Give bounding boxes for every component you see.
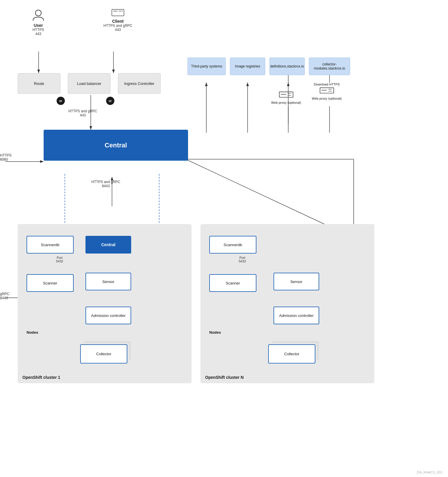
svg-line-21: [186, 159, 324, 224]
cluster1-port-5432: Port5432: [56, 256, 63, 263]
web-proxy-1-label: Web proxy (optional): [271, 101, 301, 104]
cluster1-scannerdb: Scannerdb: [27, 236, 74, 254]
download-https-label: Download HTTPS: [312, 83, 342, 86]
third-party-box: Third-party systems: [187, 57, 226, 75]
proto-label-8443: HTTPS and gRPC 8443: [91, 180, 120, 188]
cluster1-nodes-label: Nodes: [27, 330, 38, 335]
cluster-1-label: OpenShift cluster 1: [22, 375, 60, 380]
web-proxy-2-area: Download HTTPS Web proxy (optional): [312, 83, 342, 100]
cluster1-scannerdb-label: Scannerdb: [41, 243, 60, 247]
image-registries-label: Image registries: [234, 64, 261, 68]
clusterN-port-5432: Port5432: [239, 256, 246, 263]
central-main-box: Central: [44, 130, 188, 161]
central-main-label: Central: [105, 142, 127, 149]
user-label: User: [27, 23, 50, 28]
collector-modules-label: collector-modules.stackrox.io: [309, 62, 350, 70]
client-label: Client: [102, 19, 134, 24]
cluster1-admission-controller: Admission controller: [85, 307, 131, 324]
client-port: 443: [102, 28, 134, 32]
or-bubble-1: or: [57, 97, 65, 105]
clusterN-sensor-label: Sensor: [290, 279, 302, 284]
proto-label-443: HTTPS and gRPC 443: [68, 109, 97, 117]
user-proto: HTTPS: [27, 28, 50, 32]
cluster-n-label: OpenShift cluster N: [205, 375, 244, 380]
svg-point-41: [122, 11, 123, 11]
clusterN-scannerdb-label: Scannerdb: [224, 243, 242, 247]
cluster1-scanner-label: Scanner: [43, 281, 57, 285]
definitions-label: definitions.stackrox.io: [269, 64, 305, 68]
clusterN-scanner: Scanner: [209, 274, 256, 292]
cluster1-central-label: Central: [101, 242, 115, 247]
clusterN-admission-controller: Admission controller: [274, 307, 319, 324]
clusterN-collector-label: Collector: [284, 352, 299, 356]
ingress-controller-label: Ingress Controller: [123, 81, 156, 86]
clusterN-collector: Collector: [268, 344, 315, 363]
cluster-n: OpenShift cluster N Scannerdb Port5432 S…: [200, 224, 374, 383]
clusterN-scannerdb: Scannerdb: [209, 236, 256, 254]
web-proxy-2-label: Web proxy (optional): [312, 97, 342, 100]
clusterN-nodes-label: Nodes: [209, 330, 221, 335]
cluster1-collector: Collector: [80, 344, 127, 363]
https-8080-label: HTTPS 8080: [0, 153, 11, 162]
cluster1-collector-label: Collector: [96, 352, 111, 356]
definitions-box: definitions.stackrox.io: [269, 57, 305, 75]
load-balancer-box: Load balancer: [68, 73, 111, 94]
watermark: ZIA_RHACS_033: [417, 471, 442, 474]
actor-user: User HTTPS 443: [27, 9, 50, 36]
cluster1-sensor: Sensor: [85, 273, 131, 290]
ingress-controller-box: Ingress Controller: [118, 73, 161, 94]
cluster-1: OpenShift cluster 1 Scannerdb Port5432 S…: [18, 224, 192, 383]
or-bubble-2: or: [106, 97, 114, 105]
image-registries-box: Image registries: [230, 57, 265, 75]
cluster1-admission-label: Admission controller: [90, 313, 127, 318]
user-port: 443: [27, 32, 50, 36]
svg-rect-37: [112, 9, 124, 16]
svg-point-36: [35, 10, 41, 16]
clusterN-sensor: Sensor: [274, 273, 319, 290]
web-proxy-1: Web proxy (optional): [271, 91, 301, 104]
svg-point-39: [119, 11, 120, 11]
clusterN-scanner-label: Scanner: [226, 281, 240, 285]
actor-client: Client HTTPS and gRPC 443: [102, 9, 134, 32]
grpc-8443-label: gRPC 8443: [0, 292, 9, 300]
collector-modules-box: collector-modules.stackrox.io: [309, 57, 350, 75]
cluster1-sensor-label: Sensor: [102, 279, 114, 284]
client-proto: HTTPS and gRPC: [102, 24, 134, 28]
svg-point-40: [120, 11, 121, 11]
route-box: Route: [18, 73, 60, 94]
route-label: Route: [34, 81, 44, 86]
clusterN-admission-label: Admission controller: [278, 313, 315, 318]
cluster1-scanner: Scanner: [27, 274, 74, 292]
cluster1-central-inner: Central: [85, 236, 131, 254]
third-party-label: Third-party systems: [190, 64, 223, 68]
load-balancer-label: Load balancer: [77, 81, 101, 86]
